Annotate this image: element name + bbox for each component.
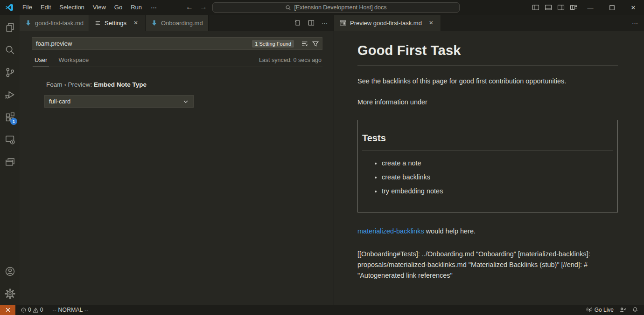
run-and-debug-icon[interactable]	[0, 83, 20, 106]
close-tab-icon[interactable]: ✕	[427, 20, 435, 26]
remote-icon	[5, 307, 11, 313]
markdown-file-icon	[25, 20, 32, 27]
menu-view[interactable]: View	[89, 0, 110, 15]
search-icon	[285, 5, 291, 11]
scope-tab-user[interactable]: User	[33, 56, 49, 67]
last-synced-label: Last synced: 0 secs ago	[259, 57, 322, 67]
menu-selection[interactable]: Selection	[55, 0, 88, 15]
list-item: create backlinks	[382, 172, 613, 183]
more-actions-icon[interactable]: ⋯	[632, 20, 638, 27]
minimize-button[interactable]: —	[580, 0, 601, 15]
tab-settings[interactable]: Settings ✕	[89, 15, 146, 31]
split-editor-icon[interactable]	[308, 19, 315, 27]
source-control-icon[interactable]	[0, 61, 20, 83]
settings-search-value: foam.preview	[36, 40, 252, 47]
preview-paragraph-2: More information under	[357, 97, 618, 108]
windows-stack-icon[interactable]	[0, 151, 20, 173]
link-suffix-text: would help here.	[424, 227, 476, 235]
tab-label: Settings	[105, 20, 126, 27]
accounts-icon[interactable]	[0, 260, 20, 282]
markdown-preview-pane[interactable]: Good First Task See the backlinks of thi…	[334, 31, 644, 305]
setting-title: Foam › Preview: Embed Note Type	[44, 81, 322, 88]
command-center[interactable]: [Extension Development Host] docs	[212, 2, 460, 13]
extensions-icon[interactable]: 1	[0, 106, 20, 128]
vscode-logo-icon	[5, 3, 14, 12]
live-share-button[interactable]	[616, 305, 629, 315]
broadcast-icon	[586, 307, 593, 313]
nav-forward-icon: →	[198, 0, 209, 15]
toggle-panel-icon[interactable]	[542, 0, 554, 15]
menu-edit[interactable]: Edit	[36, 0, 55, 15]
titlebar: File Edit Selection View Go Run ⋯ ← → [E…	[0, 0, 644, 15]
extensions-badge: 1	[10, 118, 17, 125]
menu-file[interactable]: File	[18, 0, 36, 15]
remote-indicator[interactable]	[0, 305, 15, 315]
editor-group-left: good-first-task.md Settings ✕ Onboarding…	[20, 15, 334, 305]
left-tabbar: good-first-task.md Settings ✕ Onboarding…	[20, 15, 334, 31]
more-actions-icon[interactable]: ⋯	[322, 20, 328, 27]
menu-more-icon[interactable]: ⋯	[146, 4, 161, 11]
preview-paragraph-1: See the backlinks of this page for good …	[357, 76, 618, 87]
vscode-window: File Edit Selection View Go Run ⋯ ← → [E…	[0, 0, 644, 315]
toggle-primary-sidebar-icon[interactable]	[529, 0, 542, 15]
dropdown-value: full-card	[49, 98, 70, 105]
setting-embed-note-type: Foam › Preview: Embed Note Type full-car…	[44, 81, 322, 108]
bell-icon	[632, 307, 638, 313]
embedded-note-list: create a note create backlinks try embed…	[362, 158, 613, 196]
clear-filters-icon[interactable]	[301, 40, 308, 48]
tab-onboarding[interactable]: Onboarding.md	[146, 15, 209, 31]
statusbar: 0 0 -- NORMAL -- Go Live	[0, 305, 644, 315]
markdown-preview-icon	[339, 19, 347, 27]
menu-go[interactable]: Go	[110, 0, 126, 15]
notifications-bell-button[interactable]	[629, 305, 641, 315]
open-settings-json-icon[interactable]	[294, 19, 301, 27]
problems-indicator[interactable]: 0 0	[18, 305, 46, 315]
close-tab-icon[interactable]: ✕	[132, 20, 140, 26]
command-center-label: [Extension Development Host] docs	[294, 4, 386, 11]
tab-preview-good-first-task[interactable]: Preview good-first-task.md ✕	[334, 15, 441, 31]
list-item: try embedding notes	[382, 186, 613, 197]
heading-rule	[357, 65, 618, 66]
setting-name: Embed Note Type	[94, 81, 147, 88]
embedded-note-heading: Tests	[362, 131, 613, 145]
toggle-secondary-sidebar-icon[interactable]	[554, 0, 567, 15]
preview-heading: Good First Task	[357, 41, 618, 61]
error-count: 0	[28, 307, 31, 313]
tab-good-first-task[interactable]: good-first-task.md	[20, 15, 89, 31]
right-editor-actions: ⋯	[626, 15, 644, 31]
manage-gear-icon[interactable]	[0, 282, 20, 305]
search-sidebar-icon[interactable]	[0, 39, 20, 61]
filter-funnel-icon[interactable]	[312, 40, 319, 48]
explorer-icon[interactable]	[0, 16, 20, 39]
settings-scope-tabs: User Workspace Last synced: 0 secs ago	[32, 56, 322, 67]
maximize-button[interactable]	[601, 0, 623, 15]
live-share-person-icon	[619, 307, 626, 314]
right-tabbar: Preview good-first-task.md ✕ ⋯	[334, 15, 644, 31]
editor-group-right: Preview good-first-task.md ✕ ⋯ Good Firs…	[334, 15, 644, 305]
markdown-file-icon	[151, 20, 158, 27]
menu-run[interactable]: Run	[126, 0, 146, 15]
warning-count: 0	[40, 307, 43, 313]
go-live-button[interactable]: Go Live	[583, 305, 616, 315]
tab-label: Onboarding.md	[161, 20, 203, 27]
remote-explorer-icon[interactable]	[0, 128, 20, 151]
nav-back-icon[interactable]: ←	[184, 0, 195, 15]
vim-mode-indicator[interactable]: -- NORMAL --	[49, 305, 91, 315]
list-item: create a note	[382, 158, 613, 169]
error-icon	[21, 307, 27, 313]
setting-category: Foam › Preview:	[46, 81, 94, 88]
go-live-label: Go Live	[595, 307, 614, 313]
settings-editor: foam.preview 1 Setting Found User Worksp…	[20, 31, 334, 305]
settings-results-badge: 1 Setting Found	[252, 40, 294, 48]
customize-layout-icon[interactable]	[567, 0, 580, 15]
scope-tab-workspace[interactable]: Workspace	[56, 56, 91, 67]
warning-icon	[33, 307, 39, 313]
materialized-backlinks-link[interactable]: materialized-backlinks	[357, 227, 424, 235]
embed-note-type-dropdown[interactable]: full-card	[44, 95, 194, 108]
activity-bar: 1	[0, 15, 20, 305]
link-references-paragraph: [[Onboarding#Tests]: ../Onboarding.md "O…	[357, 249, 618, 281]
settings-editor-icon	[94, 20, 101, 27]
chevron-down-icon	[182, 98, 189, 105]
close-window-button[interactable]: ✕	[623, 0, 644, 15]
settings-search-input[interactable]: foam.preview 1 Setting Found	[32, 37, 322, 50]
